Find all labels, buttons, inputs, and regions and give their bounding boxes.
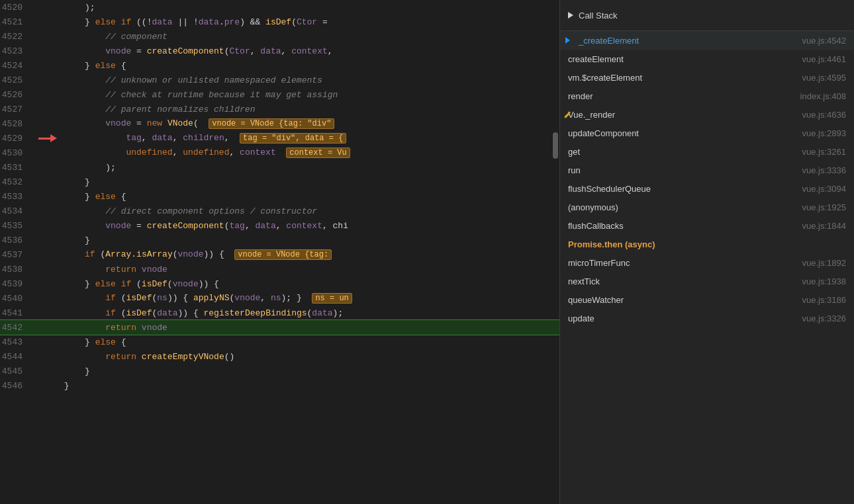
line-num-4531: 4531: [0, 163, 33, 173]
callstack-location-14: vue.js:3186: [802, 295, 847, 305]
line-num-4525: 4525: [0, 75, 33, 85]
line-num-4520: 4520: [0, 3, 33, 13]
line-num-4527: 4527: [0, 105, 33, 114]
line-num-4544: 4544: [0, 352, 33, 362]
callstack-location-0: vue.js:4542: [802, 36, 847, 46]
callstack-fn-name-4: Vue._render: [568, 110, 802, 120]
callstack-location-9: vue.js:1925: [802, 202, 847, 212]
line-num-4545: 4545: [0, 366, 33, 376]
callstack-fn-name-13: nextTick: [568, 276, 802, 286]
callstack-fn-name-0: _createElement: [568, 36, 802, 46]
callstack-item-4[interactable]: Vue._render vue.js:4636: [560, 105, 854, 124]
callstack-fn-name-5: updateComponent: [568, 128, 802, 138]
line-num-4521: 4521: [0, 17, 33, 27]
callstack-fn-name-2: vm.$createElement: [568, 73, 802, 83]
collapse-triangle-icon[interactable]: [568, 12, 573, 19]
callstack-fn-name-10: flushCallbacks: [568, 221, 802, 231]
line-num-4534: 4534: [0, 206, 33, 216]
callstack-item-1[interactable]: createElement vue.js:4461: [560, 50, 854, 68]
callstack-item-10[interactable]: flushCallbacks vue.js:1844: [560, 216, 854, 235]
callstack-item-14[interactable]: queueWatcher vue.js:3186: [560, 290, 854, 309]
line-num-4530: 4530: [0, 148, 33, 158]
callstack-fn-name-12: microTimerFunc: [568, 258, 802, 268]
callstack-fn-name-6: get: [568, 147, 802, 157]
callstack-item-3[interactable]: render index.js:408: [560, 87, 854, 105]
line-num-4539: 4539: [0, 279, 33, 289]
line-num-4541: 4541: [0, 308, 33, 318]
callstack-panel: Call Stack _createElement vue.js:4542 cr…: [559, 0, 854, 504]
callstack-item-7[interactable]: run vue.js:3336: [560, 161, 854, 179]
callstack-location-1: vue.js:4461: [802, 54, 847, 64]
pen-mark-icon: [564, 110, 571, 118]
callstack-location-13: vue.js:1938: [802, 276, 847, 286]
callstack-item-15[interactable]: update vue.js:3326: [560, 309, 854, 327]
line-num-4535: 4535: [0, 221, 33, 231]
callstack-header: Call Stack: [560, 0, 854, 31]
callstack-fn-name-15: update: [568, 314, 802, 323]
callstack-fn-name-8: flushSchedulerQueue: [568, 184, 802, 194]
callstack-location-15: vue.js:3326: [802, 314, 847, 323]
callstack-item-13[interactable]: nextTick vue.js:1938: [560, 272, 854, 290]
callstack-location-8: vue.js:3094: [802, 184, 847, 194]
line-num-4542: 4542: [0, 323, 33, 333]
callstack-fn-name-3: render: [568, 91, 800, 101]
line-num-4538: 4538: [0, 265, 33, 274]
callstack-location-4: vue.js:4636: [802, 110, 847, 120]
callstack-location-10: vue.js:1844: [802, 221, 847, 231]
callstack-fn-name-11: Promise.then (async): [568, 239, 846, 249]
callstack-fn-name-9: (anonymous): [568, 202, 802, 212]
active-arrow-icon: [565, 37, 570, 44]
callstack-fn-name-1: createElement: [568, 54, 802, 64]
line-num-4536: 4536: [0, 235, 33, 245]
line-num-4526: 4526: [0, 90, 33, 100]
code-editor: 4520 ); 4521 } else if ((!data || !data.…: [0, 0, 559, 504]
callstack-item-12[interactable]: microTimerFunc vue.js:1892: [560, 253, 854, 272]
line-num-4540: 4540: [0, 294, 33, 304]
line-num-4537: 4537: [0, 250, 33, 260]
callstack-item-0[interactable]: _createElement vue.js:4542: [560, 31, 854, 50]
callstack-location-6: vue.js:3261: [802, 147, 847, 157]
callstack-location-12: vue.js:1892: [802, 258, 847, 268]
callstack-list[interactable]: _createElement vue.js:4542 createElement…: [560, 31, 854, 504]
line-num-4529: 4529: [0, 134, 33, 144]
line-num-4523: 4523: [0, 46, 33, 56]
callstack-location-3: index.js:408: [800, 91, 846, 101]
callstack-title: Call Stack: [579, 11, 618, 21]
line-num-4546: 4546: [0, 381, 33, 391]
callstack-location-2: vue.js:4595: [802, 73, 847, 83]
line-num-4533: 4533: [0, 192, 33, 202]
callstack-item-11[interactable]: Promise.then (async): [560, 235, 854, 253]
line-num-4522: 4522: [0, 32, 33, 42]
callstack-location-5: vue.js:2893: [802, 128, 847, 138]
line-num-4524: 4524: [0, 61, 33, 71]
line-num-4543: 4543: [0, 337, 33, 347]
callstack-fn-name-14: queueWatcher: [568, 295, 802, 305]
callstack-item-8[interactable]: flushSchedulerQueue vue.js:3094: [560, 179, 854, 198]
code-line-4546: 4546 }: [0, 378, 559, 393]
line-num-4532: 4532: [0, 177, 33, 187]
callstack-fn-name-7: run: [568, 165, 802, 175]
callstack-location-7: vue.js:3336: [802, 165, 847, 175]
line-content-4546: }: [33, 371, 554, 401]
callstack-item-6[interactable]: get vue.js:3261: [560, 142, 854, 161]
callstack-item-9[interactable]: (anonymous) vue.js:1925: [560, 198, 854, 216]
line-num-4528: 4528: [0, 119, 33, 129]
scrollbar-thumb[interactable]: [553, 132, 558, 159]
callstack-item-2[interactable]: vm.$createElement vue.js:4595: [560, 68, 854, 87]
callstack-item-5[interactable]: updateComponent vue.js:2893: [560, 124, 854, 142]
